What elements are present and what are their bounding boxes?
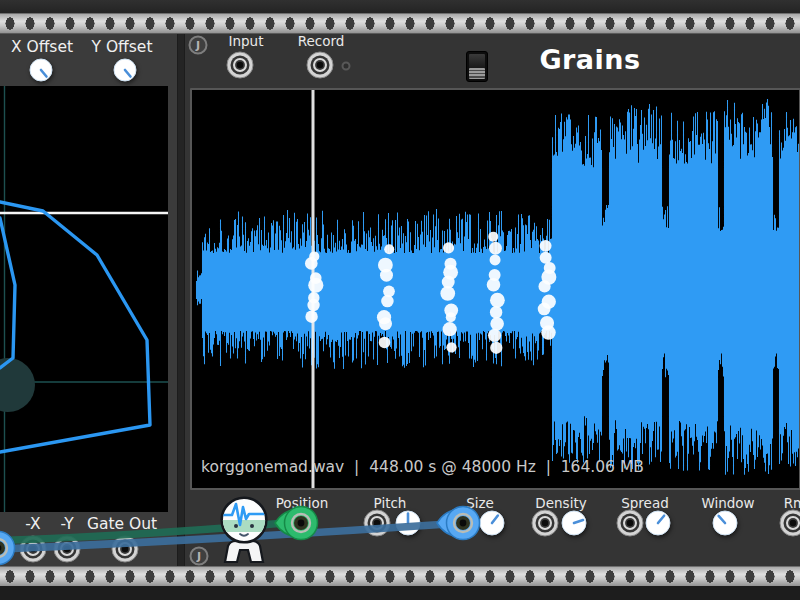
- module-separator: [177, 31, 185, 567]
- file-info-text: korggonemad.wav | 448.00 s @ 48000 Hz | …: [201, 458, 644, 476]
- pitch-knob[interactable]: [393, 508, 423, 538]
- pitch-port[interactable]: [363, 509, 391, 537]
- neg-x-label: -X: [25, 515, 40, 533]
- brand-logo-top: J: [189, 36, 208, 55]
- density-knob[interactable]: [559, 508, 589, 538]
- grains-mascot: [217, 494, 271, 564]
- rack-frame-top: [0, 0, 800, 13]
- spread-port[interactable]: [616, 509, 644, 537]
- mascot-eye-right: [250, 524, 254, 528]
- input-port[interactable]: [226, 51, 254, 79]
- rm-port[interactable]: [779, 509, 800, 537]
- size-knob[interactable]: [477, 508, 507, 538]
- input-label: Input: [229, 33, 264, 49]
- spread-knob[interactable]: [643, 508, 673, 538]
- position-port[interactable]: [287, 509, 315, 537]
- y-offset-knob[interactable]: [111, 56, 139, 84]
- gate-out-label: Gate Out: [87, 515, 157, 533]
- xy-pad-module: X Offset Y Offset -X -Y Gate Out: [0, 31, 177, 567]
- window-knob[interactable]: [710, 508, 740, 538]
- record-switch[interactable]: [466, 51, 488, 82]
- gate-out-port[interactable]: [111, 535, 139, 563]
- waveform-graph: [192, 90, 799, 488]
- x-offset-knob[interactable]: [27, 56, 55, 84]
- size-port[interactable]: [449, 509, 477, 537]
- waveform-display[interactable]: korggonemad.wav | 448.00 s @ 48000 Hz | …: [190, 88, 800, 490]
- rack-rail-top: [0, 13, 800, 34]
- rack-view: X Offset Y Offset -X -Y Gate Out J Input…: [0, 0, 800, 600]
- x-offset-label: X Offset: [11, 38, 73, 56]
- record-led: [342, 62, 351, 71]
- rack-rail-bottom: [0, 566, 800, 587]
- grains-module: J Input Record Grains korggonemad.wav | …: [185, 31, 800, 567]
- mascot-eye-left: [234, 524, 238, 528]
- module-title: Grains: [539, 44, 640, 75]
- mascot-body: [225, 541, 263, 562]
- xy-scope-display[interactable]: [0, 86, 168, 512]
- mascot-face-band: [221, 520, 267, 532]
- mascot-art: [217, 494, 271, 564]
- record-switch-handle[interactable]: [469, 68, 485, 79]
- neg-y-port[interactable]: [53, 535, 81, 563]
- record-switch-well: [469, 54, 485, 69]
- record-port[interactable]: [306, 51, 334, 79]
- neg-y-label: -Y: [60, 515, 73, 533]
- neg-x-port[interactable]: [19, 535, 47, 563]
- xy-scope-traces: [0, 86, 168, 512]
- record-label: Record: [298, 33, 345, 49]
- rack-frame-bottom: [0, 586, 800, 600]
- density-port[interactable]: [531, 509, 559, 537]
- brand-logo-bottom: J: [190, 547, 209, 566]
- y-offset-label: Y Offset: [92, 38, 153, 56]
